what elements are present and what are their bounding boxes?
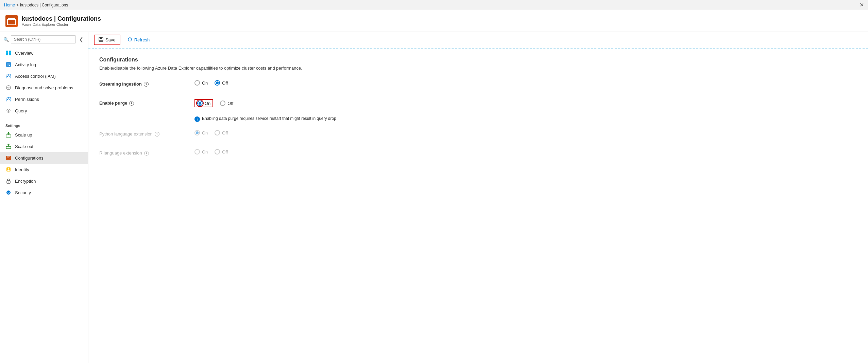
nav-item-permissions[interactable]: Permissions	[0, 93, 88, 105]
nav-item-overview[interactable]: Overview	[0, 47, 88, 59]
nav-item-query[interactable]: Query	[0, 105, 88, 116]
query-icon	[5, 108, 12, 114]
nav-item-configurations[interactable]: Configurations	[0, 152, 88, 164]
nav-label-encryption: Encryption	[15, 179, 36, 184]
search-input[interactable]	[11, 35, 76, 43]
enable-purge-on[interactable]: On	[194, 99, 213, 107]
svg-rect-0	[8, 18, 15, 19]
svg-point-28	[8, 182, 9, 182]
enable-purge-radio-group: On Off	[194, 99, 233, 107]
diagnose-icon	[5, 85, 12, 91]
streaming-ingestion-on-circle	[194, 80, 200, 86]
nav-label-configurations: Configurations	[15, 156, 44, 161]
streaming-ingestion-radio-group: On Off	[194, 80, 228, 86]
encryption-icon	[5, 178, 12, 184]
svg-rect-1	[8, 20, 15, 24]
config-row-r-extension: R language extension ℹ On Off	[99, 149, 857, 160]
section-description: Enable/disable the following Azure Data …	[99, 66, 857, 71]
svg-rect-32	[99, 40, 103, 41]
scale-up-icon	[5, 132, 12, 138]
nav-label-query: Query	[15, 108, 27, 113]
refresh-button[interactable]: Refresh	[123, 35, 154, 45]
nav-item-identity[interactable]: Identity	[0, 164, 88, 175]
enable-purge-info-icon[interactable]: ℹ	[129, 101, 134, 106]
breadcrumb-current: kustodocs | Configurations	[20, 3, 68, 7]
svg-rect-4	[6, 53, 8, 55]
resource-icon	[5, 15, 18, 27]
r-extension-off-circle	[215, 149, 220, 155]
streaming-ingestion-off[interactable]: Off	[215, 80, 228, 86]
python-extension-info-icon[interactable]: ℹ	[155, 132, 159, 137]
nav-item-access-control[interactable]: Access control (IAM)	[0, 70, 88, 82]
page-title: kustodocs | Configurations	[22, 15, 101, 22]
streaming-ingestion-off-circle	[215, 80, 220, 86]
enable-purge-on-highlighted: On	[194, 99, 213, 107]
streaming-ingestion-info-icon[interactable]: ℹ	[144, 82, 149, 87]
svg-point-13	[7, 97, 9, 99]
search-icon: 🔍	[3, 37, 9, 42]
nav-item-encryption[interactable]: Encryption	[0, 175, 88, 187]
r-extension-on-circle	[194, 149, 200, 155]
python-extension-radio-group: .radio-circle.selected-disabled::after {…	[194, 130, 228, 135]
save-button[interactable]: Save	[94, 35, 120, 45]
streaming-ingestion-on[interactable]: On	[194, 80, 208, 86]
nav-label-identity: Identity	[15, 167, 29, 172]
r-extension-label: R language extension	[99, 150, 142, 156]
streaming-ingestion-label: Streaming ingestion	[99, 81, 142, 87]
nav-label-overview: Overview	[15, 51, 33, 56]
svg-rect-2	[6, 51, 8, 53]
config-row-streaming-ingestion: Streaming ingestion ℹ On Off	[99, 80, 857, 91]
overview-icon	[5, 50, 12, 56]
configurations-icon	[5, 155, 12, 161]
nav-label-security: Security	[15, 190, 31, 195]
nav-label-permissions: Permissions	[15, 97, 39, 102]
r-extension-off: Off	[215, 149, 228, 155]
svg-rect-24	[7, 158, 9, 158]
sidebar: 🔍 ❮ Overview	[0, 32, 88, 363]
svg-rect-18	[6, 135, 11, 137]
svg-rect-31	[100, 37, 102, 39]
config-row-enable-purge: Enable purge ℹ On Off	[99, 99, 857, 122]
nav-item-security[interactable]: Security	[0, 187, 88, 198]
purge-note-text: Enabling data purge requires service res…	[202, 116, 336, 121]
breadcrumb-home[interactable]: Home	[4, 3, 15, 7]
svg-rect-5	[9, 53, 11, 55]
r-extension-radio-group: On Off	[194, 149, 228, 155]
permissions-icon	[5, 96, 12, 102]
enable-purge-off[interactable]: Off	[220, 101, 233, 106]
save-icon	[99, 37, 103, 43]
nav-item-scale-up[interactable]: Scale up	[0, 129, 88, 141]
security-icon	[5, 189, 12, 196]
nav-item-scale-out[interactable]: Scale out	[0, 141, 88, 152]
svg-point-11	[9, 74, 11, 76]
collapse-sidebar-button[interactable]: ❮	[78, 36, 85, 43]
access-control-icon	[5, 73, 12, 79]
nav-item-diagnose[interactable]: Diagnose and solve problems	[0, 82, 88, 93]
svg-point-10	[7, 74, 9, 76]
scale-out-icon	[5, 143, 12, 149]
enable-purge-on-circle	[197, 101, 203, 106]
purge-note-icon: i	[194, 116, 200, 122]
nav-label-access-control: Access control (IAM)	[15, 74, 56, 79]
svg-point-14	[9, 97, 11, 99]
nav-label-scale-out: Scale out	[15, 144, 33, 149]
close-button[interactable]: ✕	[860, 2, 864, 8]
enable-purge-label: Enable purge	[99, 101, 127, 106]
svg-rect-23	[7, 157, 10, 157]
svg-point-26	[8, 168, 9, 170]
r-extension-on: On	[194, 149, 208, 155]
python-extension-off: Off	[215, 130, 228, 135]
svg-rect-20	[6, 146, 11, 149]
toolbar: Save Refresh	[88, 32, 868, 49]
python-extension-on: .radio-circle.selected-disabled::after {…	[194, 130, 208, 135]
identity-icon	[5, 166, 12, 173]
svg-rect-3	[9, 51, 11, 53]
nav-item-activity-log[interactable]: Activity log	[0, 59, 88, 70]
nav-label-scale-up: Scale up	[15, 132, 32, 138]
refresh-icon	[127, 37, 132, 43]
python-extension-label: Python language extension	[99, 131, 153, 137]
page-subtitle: Azure Data Explorer Cluster	[22, 22, 101, 26]
enable-purge-off-circle	[220, 101, 225, 106]
r-extension-info-icon[interactable]: ℹ	[144, 151, 149, 156]
settings-divider	[5, 118, 83, 118]
